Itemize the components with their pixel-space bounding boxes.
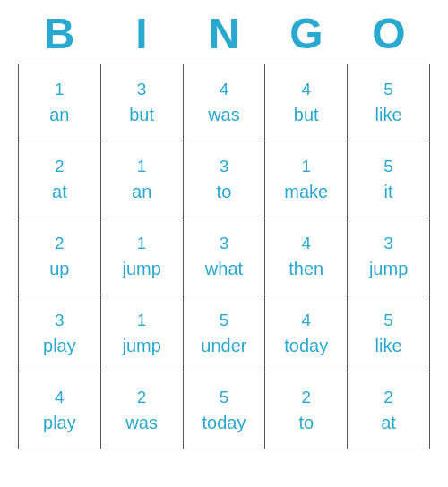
bingo-cell-r0-c2: 4was — [183, 64, 265, 141]
bingo-cell-r1-c4: 5it — [348, 141, 430, 218]
cell-number: 1 — [105, 234, 179, 253]
cell-number: 2 — [22, 157, 97, 176]
cell-word: but — [105, 105, 179, 125]
table-row: 2at1an3to1make5it — [19, 141, 430, 218]
cell-number: 1 — [105, 157, 179, 176]
table-row: 3play1jump5under4today5like — [19, 295, 430, 372]
bingo-cell-r3-c2: 5under — [183, 295, 265, 372]
cell-number: 4 — [22, 388, 97, 407]
bingo-cell-r0-c0: 1an — [19, 64, 101, 141]
cell-number: 2 — [22, 234, 97, 253]
cell-word: up — [22, 259, 97, 279]
bingo-cell-r1-c3: 1make — [265, 141, 348, 218]
cell-word: but — [269, 105, 343, 125]
bingo-letter-n: N — [183, 9, 265, 58]
cell-number: 4 — [269, 234, 343, 253]
bingo-cell-r2-c3: 4then — [265, 218, 348, 295]
bingo-cell-r0-c4: 5like — [348, 64, 430, 141]
cell-number: 4 — [269, 311, 343, 330]
cell-word: to — [269, 413, 343, 433]
cell-word: at — [22, 182, 97, 202]
cell-word: it — [351, 182, 426, 202]
bingo-grid: 1an3but4was4but5like2at1an3to1make5it2up… — [18, 64, 430, 449]
cell-number: 2 — [105, 388, 179, 407]
cell-number: 5 — [351, 157, 426, 176]
bingo-cell-r4-c4: 2at — [348, 372, 430, 449]
table-row: 4play2was5today2to2at — [19, 372, 430, 449]
cell-number: 5 — [187, 311, 262, 330]
cell-number: 5 — [351, 80, 426, 99]
bingo-header: BINGO — [18, 0, 430, 64]
bingo-letter-b: B — [18, 9, 100, 58]
cell-word: what — [187, 259, 262, 279]
bingo-letter-g: G — [265, 9, 348, 58]
cell-word: jump — [351, 259, 426, 279]
cell-word: to — [187, 182, 262, 202]
cell-number: 3 — [105, 80, 179, 99]
bingo-cell-r3-c4: 5like — [348, 295, 430, 372]
bingo-cell-r1-c0: 2at — [19, 141, 101, 218]
cell-number: 5 — [187, 388, 262, 407]
bingo-letter-o: O — [348, 9, 430, 58]
cell-word: at — [351, 413, 426, 433]
cell-number: 3 — [351, 234, 426, 253]
cell-number: 4 — [187, 80, 262, 99]
cell-number: 3 — [187, 234, 262, 253]
table-row: 1an3but4was4but5like — [19, 64, 430, 141]
cell-number: 3 — [187, 157, 262, 176]
bingo-cell-r4-c0: 4play — [19, 372, 101, 449]
cell-word: then — [269, 259, 343, 279]
bingo-cell-r2-c1: 1jump — [100, 218, 183, 295]
cell-number: 2 — [351, 388, 426, 407]
cell-number: 4 — [269, 80, 343, 99]
bingo-letter-i: I — [100, 9, 183, 58]
bingo-cell-r3-c1: 1jump — [100, 295, 183, 372]
cell-word: make — [269, 182, 343, 202]
cell-word: jump — [105, 259, 179, 279]
cell-word: under — [187, 336, 262, 356]
cell-word: today — [187, 413, 262, 433]
bingo-cell-r3-c0: 3play — [19, 295, 101, 372]
bingo-cell-r2-c4: 3jump — [348, 218, 430, 295]
bingo-cell-r0-c1: 3but — [100, 64, 183, 141]
cell-word: was — [105, 413, 179, 433]
bingo-cell-r4-c2: 5today — [183, 372, 265, 449]
bingo-cell-r2-c2: 3what — [183, 218, 265, 295]
bingo-cell-r4-c3: 2to — [265, 372, 348, 449]
cell-number: 3 — [22, 311, 97, 330]
cell-word: like — [351, 105, 426, 125]
cell-word: play — [22, 413, 97, 433]
cell-word: today — [269, 336, 343, 356]
cell-number: 5 — [351, 311, 426, 330]
cell-word: was — [187, 105, 262, 125]
cell-word: jump — [105, 336, 179, 356]
cell-number: 1 — [22, 80, 97, 99]
cell-number: 2 — [269, 388, 343, 407]
cell-number: 1 — [269, 157, 343, 176]
cell-word: like — [351, 336, 426, 356]
bingo-cell-r0-c3: 4but — [265, 64, 348, 141]
bingo-cell-r3-c3: 4today — [265, 295, 348, 372]
bingo-cell-r2-c0: 2up — [19, 218, 101, 295]
bingo-cell-r1-c1: 1an — [100, 141, 183, 218]
bingo-cell-r1-c2: 3to — [183, 141, 265, 218]
cell-word: play — [22, 336, 97, 356]
cell-word: an — [22, 105, 97, 125]
table-row: 2up1jump3what4then3jump — [19, 218, 430, 295]
cell-word: an — [105, 182, 179, 202]
cell-number: 1 — [105, 311, 179, 330]
bingo-cell-r4-c1: 2was — [100, 372, 183, 449]
